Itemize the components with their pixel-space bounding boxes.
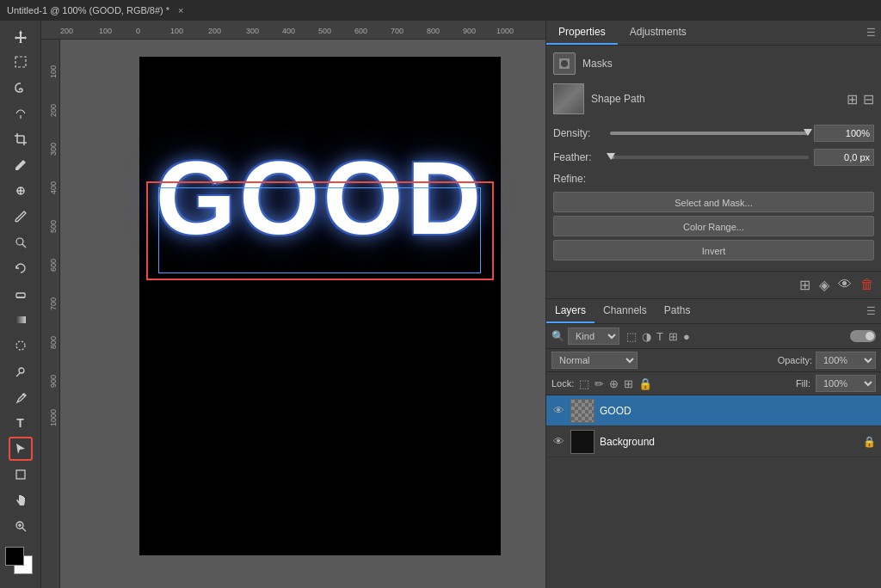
- ruler-mark-left: 700: [49, 297, 58, 310]
- shape-path-row: Shape Path ⊞ ⊟: [553, 83, 874, 114]
- tab-layers[interactable]: Layers: [546, 299, 595, 323]
- refine-label-row: Refine:: [553, 173, 874, 185]
- layer-eye-good[interactable]: 👁: [551, 404, 565, 418]
- ruler-mark-left: 800: [49, 336, 58, 349]
- fill-select[interactable]: 100%: [816, 375, 876, 392]
- lock-paint-icon[interactable]: ✏: [595, 377, 604, 390]
- filter-icon: 🔍: [551, 330, 564, 342]
- ruler-mark: 300: [246, 27, 259, 35]
- delete-icon[interactable]: 🗑: [860, 277, 874, 293]
- layers-filter-bar: 🔍 Kind ⬚ ◑ T ⊞ ●: [546, 324, 881, 349]
- feather-row: Feather: 0,0 px: [553, 149, 874, 166]
- blend-opacity-row: Normal Opacity: 100%: [546, 349, 881, 372]
- good-text: GOOD: [156, 138, 485, 257]
- canvas-viewport[interactable]: GOOD: [60, 40, 545, 588]
- shape-path-label: Shape Path: [591, 93, 840, 105]
- tab-paths[interactable]: Paths: [656, 299, 699, 323]
- masks-row: Masks: [553, 52, 874, 75]
- grid-icon[interactable]: ⊞: [799, 277, 810, 293]
- eyedropper-tool[interactable]: [9, 153, 33, 177]
- lock-transparent-icon[interactable]: ⬚: [579, 377, 589, 390]
- brush-tool[interactable]: [9, 205, 33, 229]
- blend-mode-select[interactable]: Normal: [551, 352, 638, 369]
- density-slider[interactable]: [610, 128, 809, 138]
- feather-value[interactable]: 0,0 px: [814, 149, 874, 166]
- layer-lock-background: 🔒: [863, 436, 876, 448]
- lock-icons: ⬚ ✏ ⊕ ⊞ 🔒: [579, 377, 652, 390]
- ruler-mark: 500: [318, 27, 331, 35]
- spot-healing-tool[interactable]: [9, 179, 33, 203]
- ruler-mark: 800: [427, 27, 440, 35]
- filter-pixel-icon[interactable]: ⬚: [626, 330, 637, 343]
- invert-button[interactable]: Invert: [553, 240, 874, 260]
- svg-marker-0: [15, 30, 27, 43]
- ruler-mark: 600: [354, 27, 367, 35]
- tab-channels[interactable]: Channels: [595, 299, 656, 323]
- feather-slider[interactable]: [610, 152, 809, 162]
- ruler-mark-left: 1000: [49, 409, 58, 426]
- pen-tool[interactable]: [9, 385, 33, 409]
- zoom-tool[interactable]: [9, 514, 33, 538]
- filter-toggle[interactable]: [850, 330, 876, 342]
- svg-rect-12: [16, 293, 25, 297]
- ruler-mark: 0: [136, 27, 140, 35]
- filter-kind-select[interactable]: Kind: [568, 328, 619, 345]
- layer-item-background[interactable]: 👁 Background 🔒: [546, 426, 881, 457]
- select-and-mask-button[interactable]: Select and Mask...: [553, 192, 874, 212]
- props-icons-row: ⊞ ◈ 👁 🗑: [546, 271, 881, 298]
- filter-type-icon[interactable]: T: [656, 330, 663, 343]
- clone-stamp-tool[interactable]: [9, 230, 33, 254]
- layers-panel-menu-icon[interactable]: ☰: [866, 305, 876, 317]
- layer-item-good[interactable]: 👁 GOOD: [546, 395, 881, 426]
- density-value[interactable]: 100%: [814, 125, 874, 142]
- lock-artboard-icon[interactable]: ⊞: [624, 377, 633, 390]
- type-tool[interactable]: T: [9, 411, 33, 435]
- move-tool[interactable]: [9, 24, 33, 48]
- layers-tabs: Layers Channels Paths ☰: [546, 299, 881, 324]
- feather-label: Feather:: [553, 151, 605, 163]
- svg-line-17: [16, 373, 20, 377]
- gradient-mask-icon[interactable]: ◈: [819, 277, 829, 293]
- lock-move-icon[interactable]: ⊕: [609, 377, 619, 390]
- blur-tool[interactable]: [9, 334, 33, 358]
- quick-selection-tool[interactable]: [9, 101, 33, 126]
- path-selection-tool[interactable]: [9, 437, 33, 461]
- density-label: Density:: [553, 127, 605, 139]
- hand-tool[interactable]: [9, 488, 33, 512]
- lock-all-icon[interactable]: 🔒: [638, 377, 652, 390]
- ruler-mark-left: 100: [49, 65, 58, 78]
- filter-shape-icon[interactable]: ⊞: [668, 330, 678, 343]
- color-range-button[interactable]: Color Range...: [553, 216, 874, 236]
- lasso-tool[interactable]: [9, 76, 33, 100]
- refine-label: Refine:: [553, 173, 605, 185]
- shape-add-icon[interactable]: ⊞: [847, 91, 858, 107]
- opacity-select[interactable]: 100%: [816, 352, 876, 369]
- crop-tool[interactable]: [9, 127, 33, 151]
- filter-smart-icon[interactable]: ●: [683, 330, 690, 343]
- panel-menu-icon[interactable]: ☰: [866, 27, 876, 39]
- ruler-mark: 100: [99, 27, 112, 35]
- tab-adjustments[interactable]: Adjustments: [618, 21, 699, 45]
- history-brush-tool[interactable]: [9, 256, 33, 280]
- svg-point-26: [561, 60, 568, 67]
- tab-properties[interactable]: Properties: [546, 21, 618, 45]
- layer-eye-background[interactable]: 👁: [551, 435, 565, 449]
- selection-tool[interactable]: [9, 50, 33, 74]
- right-panel: Properties Adjustments ☰ Masks Shape Pat…: [545, 21, 881, 588]
- eye-icon[interactable]: 👁: [838, 277, 852, 293]
- layer-thumb-good: [570, 399, 595, 423]
- svg-marker-19: [16, 444, 25, 454]
- shape-path-icons: ⊞ ⊟: [847, 91, 874, 107]
- close-button[interactable]: ×: [178, 5, 183, 15]
- lock-row: Lock: ⬚ ✏ ⊕ ⊞ 🔒 Fill: 100%: [546, 372, 881, 395]
- filter-adjust-icon[interactable]: ◑: [642, 330, 651, 343]
- shape-subtract-icon[interactable]: ⊟: [863, 91, 874, 107]
- foreground-color[interactable]: [5, 547, 24, 566]
- gradient-tool[interactable]: [9, 308, 33, 332]
- shape-tool[interactable]: [9, 462, 33, 487]
- ruler-mark: 100: [170, 27, 183, 35]
- eraser-tool[interactable]: [9, 282, 33, 306]
- svg-rect-20: [16, 470, 25, 479]
- ruler-mark-left: 600: [49, 259, 58, 272]
- dodge-tool[interactable]: [9, 359, 33, 383]
